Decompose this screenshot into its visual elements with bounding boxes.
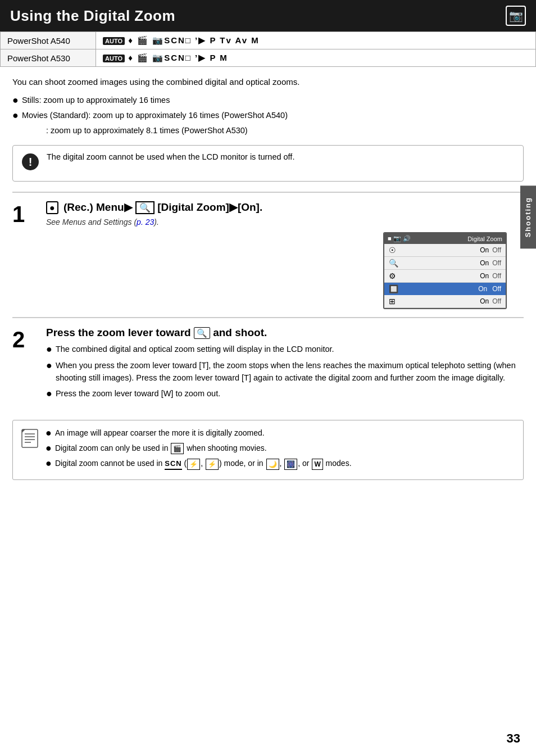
menu-row-values-5: On Off xyxy=(480,297,501,305)
page-container: Using the Digital Zoom 📷 PowerShot A540 … xyxy=(0,0,536,756)
step2-bullet-1: ● The combined digital and optical zoom … xyxy=(46,343,524,356)
menu-val-on-5: On xyxy=(480,297,489,305)
bullet-dot: ● xyxy=(46,387,52,401)
step2-bullet-text-3: Press the zoom lever toward [W] to zoom … xyxy=(56,388,220,400)
step-1-content: ● (Rec.) Menu▶ 🔍 [Digital Zoom]▶[On]. Se… xyxy=(46,201,524,310)
menu-row-values-4: On Off xyxy=(476,285,501,293)
step2-bullet-text-2: When you press the zoom lever toward [T]… xyxy=(56,360,524,384)
menu-row-values-1: On Off xyxy=(480,246,501,254)
bullet-dot: ● xyxy=(12,93,19,107)
menu-row-icon-3: ⚙ xyxy=(389,271,399,280)
note-list: ● An image will appear coarser the more … xyxy=(46,427,515,471)
menu-row-values-2: On Off xyxy=(480,259,501,267)
step-1-title-text2: [Digital Zoom]▶[On]. xyxy=(157,201,262,213)
note-item-3: ● Digital zoom cannot be used in SCN (⚡,… xyxy=(46,458,515,470)
step-1-number: 1 xyxy=(12,203,42,225)
warning-text: The digital zoom cannot be used when the… xyxy=(47,151,294,164)
bullet-dot: ● xyxy=(12,108,19,123)
scn-icon-2: ⚡ xyxy=(206,459,219,470)
list-item: ● Movies (Standard): zoom up to approxim… xyxy=(12,110,524,123)
menu-row-3: ⚙ On Off xyxy=(384,270,506,283)
step-2: 2 Press the zoom lever toward 🔍 and shoo… xyxy=(12,317,524,412)
mode-icon-2: 🎆 xyxy=(284,459,297,470)
step-2-title: Press the zoom lever toward 🔍 and shoot. xyxy=(46,326,524,340)
side-tab-label: Shooting xyxy=(524,197,532,237)
menu-row-1: ☉ On Off xyxy=(384,244,506,257)
auto-badge: AUTO xyxy=(103,37,125,45)
bullet-dot: ● xyxy=(46,456,52,470)
step2-bullet-2: ● When you press the zoom lever toward [… xyxy=(46,360,524,384)
note-icon xyxy=(21,428,39,452)
auto-badge-2: AUTO xyxy=(103,55,125,62)
header-bar: Using the Digital Zoom 📷 xyxy=(0,0,536,31)
bullet-list: ● Stills: zoom up to approximately 16 ti… xyxy=(12,94,524,137)
digital-zoom-icon: 🔍 xyxy=(135,201,155,214)
table-row: PowerShot A540 AUTO ♦ 🎬 📷SCN□ ’▶ P Tv Av… xyxy=(1,32,536,49)
scn-badge: SCN xyxy=(165,458,181,470)
step-2-number: 2 xyxy=(12,328,42,351)
step-1-link[interactable]: p. 23 xyxy=(137,218,154,227)
menu-label: Digital Zoom xyxy=(467,236,502,242)
step-container: 1 ● (Rec.) Menu▶ 🔍 [Digital Zoom]▶[On]. … xyxy=(12,192,524,412)
note-text-1: An image will appear coarser the more it… xyxy=(55,427,265,439)
mode-icons-a540: ♦ 🎬 📷SCN□ ’▶ P Tv Av M xyxy=(128,35,260,45)
model-modes-a540: AUTO ♦ 🎬 📷SCN□ ’▶ P Tv Av M xyxy=(96,32,536,49)
movie-mode-icon: 🎬 xyxy=(171,443,184,454)
menu-row-5: ⊞ On Off xyxy=(384,295,506,308)
header-icon: 📷 xyxy=(506,6,526,26)
menu-top-bar: ■ 📷 🔊 Digital Zoom xyxy=(384,233,506,244)
warning-box: ! The digital zoom cannot be used when t… xyxy=(12,145,524,182)
list-item-indent: : zoom up to approximately 8.1 times (Po… xyxy=(46,125,524,137)
menu-val-on-2: On xyxy=(480,259,489,267)
menu-row-2: 🔍 On Off xyxy=(384,257,506,270)
bullet-text-2: Movies (Standard): zoom up to approximat… xyxy=(22,110,288,122)
menu-val-on-1: On xyxy=(480,246,489,254)
step-2-content: Press the zoom lever toward 🔍 and shoot.… xyxy=(46,326,524,404)
note-item-2: ● Digital zoom can only be used in 🎬 whe… xyxy=(46,442,515,455)
menu-val-off-4: Off xyxy=(492,285,501,293)
table-row: PowerShot A530 AUTO ♦ 🎬 📷SCN□ ’▶ P M xyxy=(1,49,536,67)
note-box: ● An image will appear coarser the more … xyxy=(12,420,524,481)
list-item: ● Stills: zoom up to approximately 16 ti… xyxy=(12,94,524,107)
page-number: 33 xyxy=(507,731,520,746)
menu-val-off-3: Off xyxy=(492,272,501,280)
step2-bullet-3: ● Press the zoom lever toward [W] to zoo… xyxy=(46,388,524,401)
svg-text:!: ! xyxy=(29,156,33,168)
menu-val-on-4: On xyxy=(476,285,489,293)
menu-val-off-1: Off xyxy=(492,246,501,254)
step-1: 1 ● (Rec.) Menu▶ 🔍 [Digital Zoom]▶[On]. … xyxy=(12,192,524,318)
bullet-text-3: : zoom up to approximately 8.1 times (Po… xyxy=(46,125,248,137)
bullet-text-1: Stills: zoom up to approximately 16 time… xyxy=(22,94,170,107)
step-1-subtitle: See Menus and Settings (p. 23). xyxy=(46,218,524,227)
menu-val-on-3: On xyxy=(480,272,489,280)
mode-icon-1: 🌙 xyxy=(266,459,279,470)
model-name-a530: PowerShot A530 xyxy=(1,49,96,67)
note-text-3: Digital zoom cannot be used in SCN (⚡, ⚡… xyxy=(55,458,352,470)
model-modes-a530: AUTO ♦ 🎬 📷SCN□ ’▶ P M xyxy=(96,49,536,67)
note-text-2: Digital zoom can only be used in 🎬 when … xyxy=(55,442,267,454)
step2-bullets: ● The combined digital and optical zoom … xyxy=(46,343,524,401)
svg-rect-2 xyxy=(22,429,38,447)
menu-row-icon-5: ⊞ xyxy=(389,297,399,306)
rec-icon: ● xyxy=(46,201,58,214)
telephoto-icon: 🔍 xyxy=(194,327,210,339)
menu-val-off-5: Off xyxy=(492,297,501,305)
note-content: ● An image will appear coarser the more … xyxy=(46,427,515,473)
mode-icons-a530: ♦ 🎬 📷SCN□ ’▶ P M xyxy=(128,53,228,62)
bullet-dot: ● xyxy=(46,426,52,440)
model-name-a540: PowerShot A540 xyxy=(1,32,96,49)
menu-row-values-3: On Off xyxy=(480,272,501,280)
bullet-dot: ● xyxy=(46,359,52,373)
step-1-title: ● (Rec.) Menu▶ 🔍 [Digital Zoom]▶[On]. xyxy=(46,201,524,215)
menu-row-4-selected: 🔲 On Off xyxy=(384,283,506,295)
mode-table: PowerShot A540 AUTO ♦ 🎬 📷SCN□ ’▶ P Tv Av… xyxy=(0,31,536,67)
header-title: Using the Digital Zoom xyxy=(10,7,175,25)
mode-icon-3: W xyxy=(312,459,322,470)
intro-text: You can shoot zoomed images using the co… xyxy=(12,76,524,89)
menu-mockup: ■ 📷 🔊 Digital Zoom ☉ On Off xyxy=(383,232,507,309)
menu-row-icon-4: 🔲 xyxy=(389,284,399,293)
menu-icons: ■ 📷 🔊 xyxy=(388,235,411,242)
bullet-dot: ● xyxy=(46,342,52,356)
side-tab: Shooting xyxy=(520,185,536,248)
scn-icon-1: ⚡ xyxy=(187,459,200,470)
